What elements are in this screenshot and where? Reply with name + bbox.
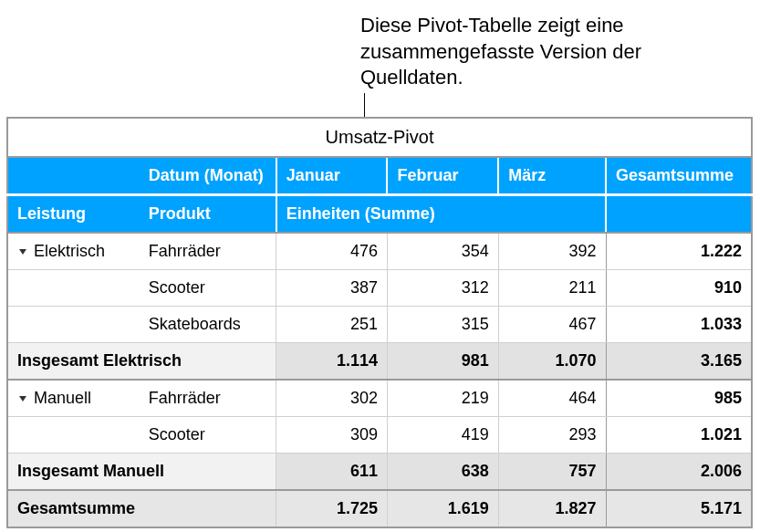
header-empty-cell [7, 157, 140, 195]
subtotal-row: Insgesamt Elektrisch 1.114 981 1.070 3.1… [7, 343, 752, 381]
header-performance[interactable]: Leistung [7, 195, 140, 234]
subtotal-row: Insgesamt Manuell 611 638 757 2.006 [7, 454, 752, 491]
cell-value[interactable]: 476 [276, 233, 388, 270]
subtotal-value[interactable]: 611 [276, 454, 388, 491]
subtotal-value[interactable]: 1.070 [498, 343, 606, 381]
group-label: Elektrisch [34, 242, 105, 260]
group-elektrisch[interactable]: Elektrisch [7, 233, 140, 270]
header-units-sum[interactable]: Einheiten (Summe) [276, 195, 606, 234]
header-month-jan[interactable]: Januar [276, 157, 388, 195]
table-row: Elektrisch Fahrräder 476 354 392 1.222 [7, 233, 752, 270]
cell-row-total[interactable]: 910 [606, 270, 752, 307]
cell-row-total[interactable]: 985 [606, 380, 752, 417]
subtotal-total[interactable]: 3.165 [606, 343, 752, 381]
product-label[interactable]: Fahrräder [140, 380, 276, 417]
header-product[interactable]: Produkt [140, 195, 276, 234]
header-month-mar[interactable]: März [498, 157, 606, 195]
table-row: Scooter 309 419 293 1.021 [7, 417, 752, 454]
disclosure-triangle-icon[interactable] [17, 246, 28, 257]
group-cell [7, 307, 140, 343]
subtotal-total[interactable]: 2.006 [606, 454, 752, 491]
cell-value[interactable]: 251 [276, 307, 388, 343]
grand-total-value[interactable]: 1.827 [498, 490, 606, 527]
grand-total-label[interactable]: Gesamtsumme [7, 490, 276, 527]
header-empty-total [606, 195, 752, 234]
subtotal-label[interactable]: Insgesamt Elektrisch [7, 343, 276, 381]
cell-row-total[interactable]: 1.222 [606, 233, 752, 270]
cell-value[interactable]: 315 [387, 307, 498, 343]
cell-value[interactable]: 309 [276, 417, 388, 454]
grand-total-row: Gesamtsumme 1.725 1.619 1.827 5.171 [7, 490, 752, 527]
cell-value[interactable]: 219 [387, 380, 498, 417]
product-label[interactable]: Scooter [140, 417, 276, 454]
cell-value[interactable]: 302 [276, 380, 388, 417]
subtotal-label[interactable]: Insgesamt Manuell [7, 454, 276, 491]
pivot-table-title: Umsatz-Pivot [7, 118, 752, 157]
cell-value[interactable]: 419 [387, 417, 498, 454]
cell-value[interactable]: 293 [498, 417, 606, 454]
cell-value[interactable]: 354 [387, 233, 498, 270]
subtotal-value[interactable]: 638 [387, 454, 498, 491]
table-row: Manuell Fahrräder 302 219 464 985 [7, 380, 752, 417]
pivot-header-row-2: Leistung Produkt Einheiten (Summe) [7, 195, 752, 234]
cell-value[interactable]: 387 [276, 270, 388, 307]
group-manuell[interactable]: Manuell [7, 380, 140, 417]
subtotal-value[interactable]: 757 [498, 454, 606, 491]
group-label: Manuell [34, 389, 91, 407]
cell-value[interactable]: 211 [498, 270, 606, 307]
product-label[interactable]: Skateboards [140, 307, 276, 343]
group-cell [7, 417, 140, 454]
grand-total-value[interactable]: 1.725 [276, 490, 388, 527]
svg-marker-0 [19, 249, 26, 255]
pivot-header-row-1: Datum (Monat) Januar Februar März Gesamt… [7, 157, 752, 195]
header-month-feb[interactable]: Februar [387, 157, 498, 195]
svg-marker-1 [19, 396, 26, 402]
header-date-group[interactable]: Datum (Monat) [140, 157, 276, 195]
disclosure-triangle-icon[interactable] [17, 393, 28, 404]
annotation-text: Diese Pivot-Tabelle zeigt eine zusammeng… [360, 13, 661, 91]
header-grand-total[interactable]: Gesamtsumme [606, 157, 752, 195]
table-row: Scooter 387 312 211 910 [7, 270, 752, 307]
cell-value[interactable]: 464 [498, 380, 606, 417]
cell-row-total[interactable]: 1.021 [606, 417, 752, 454]
product-label[interactable]: Scooter [140, 270, 276, 307]
cell-row-total[interactable]: 1.033 [606, 307, 752, 343]
cell-value[interactable]: 392 [498, 233, 606, 270]
product-label[interactable]: Fahrräder [140, 233, 276, 270]
pivot-table: Umsatz-Pivot Datum (Monat) Januar Februa… [6, 117, 753, 528]
grand-total-value[interactable]: 1.619 [387, 490, 498, 527]
grand-total-total[interactable]: 5.171 [606, 490, 752, 527]
cell-value[interactable]: 467 [498, 307, 606, 343]
table-row: Skateboards 251 315 467 1.033 [7, 307, 752, 343]
subtotal-value[interactable]: 1.114 [276, 343, 388, 381]
group-cell [7, 270, 140, 307]
subtotal-value[interactable]: 981 [387, 343, 498, 381]
cell-value[interactable]: 312 [387, 270, 498, 307]
annotation-leader-line [364, 93, 365, 118]
